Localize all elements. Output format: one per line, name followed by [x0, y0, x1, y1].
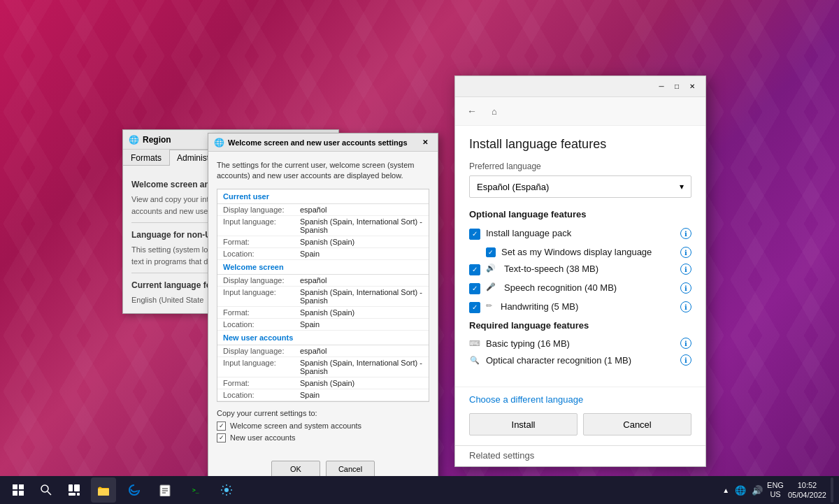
checkbox-welcome[interactable]: ✓ [217, 422, 226, 431]
set-display-info-icon[interactable]: ℹ [680, 247, 691, 258]
welcome-location-label: Location: [223, 320, 300, 329]
checkbox-newuser-label: New user accounts [230, 433, 296, 442]
svg-rect-3 [19, 491, 24, 496]
welcome-dialog-title: Welcome screen and new user accounts set… [228, 138, 408, 147]
taskbar-edge[interactable] [122, 477, 147, 503]
preferred-language-label: Preferred language [469, 161, 691, 171]
welcome-content: The settings for the current user, welco… [208, 152, 438, 454]
taskbar-left: >_ [6, 477, 241, 503]
region-window-title: Region [143, 135, 171, 145]
newuser-location-label: Location: [223, 391, 300, 399]
basic-typing-info-icon[interactable]: ℹ [680, 338, 691, 349]
network-icon[interactable]: 🌐 [735, 485, 746, 496]
svg-line-5 [48, 491, 51, 495]
language-indicator[interactable]: ENG US [767, 481, 784, 499]
newuser-input-lang-label: Input language: [223, 359, 300, 375]
newuser-location-value: Spain [300, 391, 423, 399]
newuser-display-lang-row: Display language: español [217, 345, 429, 357]
ocr-item: 🔍 Optical character recognition (1 MB) ℹ [469, 354, 691, 366]
install-nav: ← ⌂ [455, 97, 705, 126]
newuser-display-lang-value: español [300, 347, 423, 355]
checkbox-newuser[interactable]: ✓ [217, 433, 226, 442]
volume-icon[interactable]: 🔊 [752, 485, 763, 496]
speech-rec-checkmark-icon: ✓ [472, 285, 478, 292]
current-format-value: Spanish (Spain) [300, 238, 423, 246]
basic-typing-item: ⌨ Basic typing (16 MB) ℹ [469, 338, 691, 349]
tab-formats[interactable]: Formats [123, 150, 169, 166]
taskbar-settings-app[interactable] [214, 477, 239, 503]
svg-rect-0 [13, 484, 17, 489]
welcome-location-row: Location: Spain [217, 319, 429, 331]
tts-info-icon[interactable]: ℹ [680, 264, 691, 275]
welcome-display-lang-row: Display language: español [217, 275, 429, 287]
install-lang-pack-info-icon[interactable]: ℹ [680, 228, 691, 239]
cancel-button[interactable]: Cancel [326, 461, 375, 477]
install-lang-pack-checkbox[interactable]: ✓ [469, 229, 480, 240]
newuser-display-lang-label: Display language: [223, 347, 300, 355]
welcome-display-lang-label: Display language: [223, 276, 300, 285]
nav-home-button[interactable]: ⌂ [486, 103, 503, 120]
tts-checkbox[interactable]: ✓ [469, 264, 480, 275]
ocr-label: Optical character recognition (1 MB) [486, 355, 675, 366]
welcome-screen-header: Welcome screen [217, 260, 429, 275]
handwriting-checkbox[interactable]: ✓ [469, 302, 480, 313]
taskbar-terminal[interactable]: >_ [183, 477, 208, 503]
current-user-header: Current user [217, 189, 429, 204]
set-display-lang-label: Set as my Windows display language [501, 247, 675, 257]
install-title: Install language features [469, 137, 691, 152]
copy-section: Copy your current settings to: ✓ Welcome… [217, 409, 429, 442]
task-view-button[interactable] [62, 477, 87, 503]
current-format-row: Format: Spanish (Spain) [217, 236, 429, 248]
install-body: Install language features Preferred lang… [455, 126, 705, 387]
chevron-down-icon: ▾ [680, 182, 684, 192]
ok-button[interactable]: OK [271, 461, 320, 477]
set-display-lang-item: ✓ Set as my Windows display language ℹ [469, 247, 691, 258]
desktop: 🌐 Region ─ □ ✕ Formats Administrative We… [0, 0, 839, 504]
taskbar-notepad[interactable] [152, 477, 178, 503]
cancel-install-button[interactable]: Cancel [583, 413, 691, 435]
speech-rec-icon: 🎤 [486, 282, 496, 291]
svg-rect-6 [69, 484, 73, 491]
current-location-value: Spain [300, 250, 423, 258]
current-input-lang-value: Spanish (Spain, International Sort) - Sp… [300, 217, 423, 234]
speech-rec-info-icon[interactable]: ℹ [680, 282, 691, 294]
choose-different-language-link[interactable]: Choose a different language [469, 394, 691, 405]
show-desktop-button[interactable] [831, 477, 833, 503]
handwriting-info-icon[interactable]: ℹ [680, 301, 691, 312]
copy-title: Copy your current settings to: [217, 409, 429, 417]
basic-typing-icon: ⌨ [469, 338, 480, 349]
speech-rec-label: Speech recognition (40 MB) [504, 282, 675, 293]
welcome-close-btn[interactable]: ✕ [418, 136, 432, 149]
welcome-window-icon: 🌐 [214, 138, 224, 147]
clock-date: 05/04/2022 [788, 490, 826, 500]
current-display-lang-row: Display language: español [217, 204, 429, 216]
arrow-up-icon[interactable]: ▲ [722, 487, 729, 494]
newuser-location-row: Location: Spain [217, 389, 429, 401]
ocr-info-icon[interactable]: ℹ [680, 354, 691, 366]
welcome-location-value: Spain [300, 320, 423, 329]
welcome-display-lang-value: español [300, 276, 423, 285]
install-minimize-btn[interactable]: ─ [655, 80, 668, 93]
install-button[interactable]: Install [469, 413, 578, 435]
install-maximize-btn[interactable]: □ [671, 80, 683, 93]
nav-back-button[interactable]: ← [464, 103, 480, 120]
current-display-lang-label: Display language: [223, 206, 300, 214]
welcome-titlebar-controls: ✕ [418, 136, 432, 149]
taskbar-file-explorer[interactable] [91, 477, 116, 503]
taskbar-clock[interactable]: 10:52 05/04/2022 [788, 480, 826, 501]
current-format-label: Format: [223, 238, 300, 246]
required-section-header: Required language features [469, 320, 691, 331]
search-button[interactable] [34, 477, 59, 503]
start-button[interactable] [6, 477, 31, 503]
footer-buttons: Install Cancel [469, 413, 691, 435]
tts-checkmark-icon: ✓ [472, 266, 478, 273]
speech-rec-checkbox[interactable]: ✓ [469, 283, 480, 294]
language-dropdown[interactable]: Español (España) ▾ [469, 175, 691, 198]
welcome-dialog: 🌐 Welcome screen and new user accounts s… [208, 133, 438, 487]
install-close-btn[interactable]: ✕ [686, 80, 698, 93]
clock-time: 10:52 [788, 480, 826, 490]
checkbox-welcome-label: Welcome screen and system accounts [230, 422, 361, 430]
newuser-format-value: Spanish (Spain) [300, 379, 423, 387]
set-display-lang-checkbox[interactable]: ✓ [486, 247, 496, 257]
svg-rect-1 [19, 484, 24, 489]
